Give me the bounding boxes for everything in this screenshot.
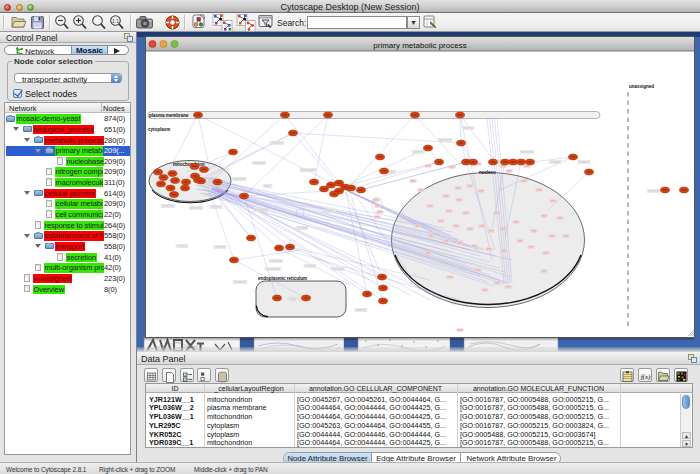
svg-text:f(x): f(x) <box>641 373 651 381</box>
svg-text:1:1: 1:1 <box>112 18 119 24</box>
svg-text:plasma membrane: plasma membrane <box>149 113 189 118</box>
svg-text:cytoplasm: cytoplasm <box>148 127 170 132</box>
svg-text:primary metabolic process: primary metabolic process <box>373 41 466 50</box>
svg-text:nucleus: nucleus <box>479 170 497 175</box>
svg-text:unassigned: unassigned <box>629 84 654 89</box>
